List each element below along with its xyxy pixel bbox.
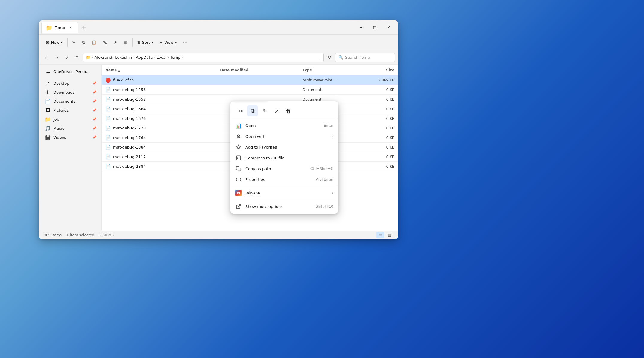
column-header-type[interactable]: Type: [303, 68, 358, 72]
tab-close-button[interactable]: ✕: [68, 25, 74, 31]
ctx-compress-zip[interactable]: Compress to ZIP file: [232, 152, 336, 163]
sidebar-item-videos[interactable]: 🎬 Videos 📌: [40, 133, 100, 142]
svg-marker-0: [236, 145, 241, 149]
ctx-copy-button[interactable]: ⧉: [247, 105, 258, 116]
column-header-date[interactable]: Date modified: [220, 68, 303, 72]
toolbar-separator-1: [67, 38, 68, 47]
share-button[interactable]: ↗: [111, 38, 120, 46]
column-header-size[interactable]: Size: [358, 68, 394, 72]
table-row[interactable]: 🔴 file-21cf7h osoft PowerPoint... 2,869 …: [102, 75, 398, 85]
breadcrumb-sep-4: ›: [182, 55, 183, 59]
search-box[interactable]: 🔍 Search Temp: [335, 53, 395, 62]
file-size: 2,869 KB: [358, 78, 394, 82]
breadcrumb-part-0[interactable]: Aleksandr Lukashin: [94, 55, 132, 60]
ctx-favorites-icon: [235, 144, 242, 150]
close-button[interactable]: ✕: [382, 23, 396, 32]
file-name: mat-debug-1256: [113, 87, 146, 92]
ctx-separator: [232, 186, 336, 186]
sidebar: ☁ OneDrive - Perso... 🖥 Desktop 📌 ⬇ Down…: [39, 65, 102, 231]
sidebar-item-desktop[interactable]: 🖥 Desktop 📌: [40, 79, 100, 88]
breadcrumb-part-3[interactable]: Temp: [170, 55, 181, 60]
new-button[interactable]: ⊕ New ▾: [42, 38, 66, 47]
pin-icon-pictures: 📌: [92, 108, 97, 112]
new-tab-button[interactable]: +: [79, 23, 89, 32]
videos-icon: 🎬: [45, 135, 51, 140]
new-label: New: [51, 40, 59, 45]
file-name: mat-debug-1676: [113, 116, 146, 121]
ctx-open-icon: 📊: [235, 122, 242, 129]
view-icon: ≡: [160, 40, 163, 45]
ctx-cut-button[interactable]: ✂: [235, 105, 246, 116]
maximize-button[interactable]: □: [368, 23, 382, 32]
sidebar-item-job[interactable]: 📁 Job 📌: [40, 115, 100, 124]
breadcrumb-path-icon: 📁: [86, 55, 91, 60]
detail-view-button[interactable]: ▦: [385, 232, 393, 238]
selected-size: 2.80 MB: [99, 233, 114, 237]
svg-line-7: [238, 204, 241, 207]
pin-icon-documents: 📌: [92, 99, 97, 103]
column-header-name[interactable]: Name: [105, 68, 220, 72]
breadcrumb-part-2[interactable]: Local: [157, 55, 167, 60]
sidebar-item-pictures[interactable]: 🖼 Pictures 📌: [40, 106, 100, 115]
sidebar-item-downloads[interactable]: ⬇ Downloads 📌: [40, 88, 100, 97]
sort-dropdown-icon: ▾: [151, 41, 153, 44]
ctx-more-options[interactable]: Show more options Shift+F10: [232, 201, 336, 212]
up-button[interactable]: ↑: [72, 53, 81, 62]
toolbar-separator-2: [132, 38, 133, 47]
sidebar-item-onedrive[interactable]: ☁ OneDrive - Perso...: [40, 67, 100, 76]
copy-button[interactable]: ⧉: [79, 38, 88, 47]
rename-button[interactable]: ✎: [100, 38, 110, 47]
sidebar-item-music[interactable]: 🎵 Music 📌: [40, 124, 100, 133]
file-name: mat-debug-1884: [113, 145, 146, 149]
title-bar: 📁 Temp ✕ + ─ □ ✕: [39, 20, 398, 35]
breadcrumb-sep-1: ›: [133, 55, 135, 59]
tab-folder-icon: 📁: [46, 25, 52, 31]
file-name: mat-debug-2112: [113, 155, 146, 159]
file-size: 0 KB: [358, 97, 394, 102]
ctx-share-button[interactable]: ↗: [271, 105, 282, 116]
cut-button[interactable]: ✂: [69, 38, 79, 46]
tab-title: Temp: [55, 25, 65, 30]
table-row[interactable]: 📄 mat-debug-1256 Document 0 KB: [102, 85, 398, 95]
view-button[interactable]: ≡ View ▾: [157, 38, 180, 46]
ctx-copy-path[interactable]: Copy as path Ctrl+Shift+C: [232, 163, 336, 174]
view-dropdown-icon: ▾: [175, 41, 177, 44]
ctx-separator-2: [232, 200, 336, 200]
file-icon: 📄: [105, 106, 111, 112]
ctx-add-favorites[interactable]: Add to Favorites: [232, 142, 336, 152]
ctx-rename-button[interactable]: ✎: [259, 105, 270, 116]
sidebar-music-label: Music: [53, 126, 64, 131]
ctx-properties[interactable]: Properties Alt+Enter: [232, 174, 336, 185]
file-type: osoft PowerPoint...: [303, 78, 358, 82]
sidebar-item-documents[interactable]: 📄 Documents 📌: [40, 97, 100, 106]
refresh-button[interactable]: ↻: [325, 53, 334, 62]
breadcrumb[interactable]: 📁 › Aleksandr Lukashin › AppData › Local…: [83, 53, 324, 62]
ctx-moreoptions-icon: [235, 203, 242, 210]
breadcrumb-dropdown-icon[interactable]: ⌄: [318, 55, 321, 59]
file-size: 0 KB: [358, 88, 394, 92]
paste-button[interactable]: 📋: [89, 38, 99, 46]
active-tab[interactable]: 📁 Temp ✕: [41, 22, 78, 33]
item-count: 905 items: [44, 233, 62, 237]
ctx-winrar[interactable]: W WinRAR ›: [232, 188, 336, 198]
pin-icon-desktop: 📌: [92, 81, 97, 85]
pin-icon-music: 📌: [92, 126, 97, 130]
more-button[interactable]: ···: [180, 38, 190, 46]
breadcrumb-part-1[interactable]: AppData: [136, 55, 153, 60]
context-menu-icons: ✂ ⧉ ✎ ↗ 🗑: [232, 103, 336, 119]
ctx-delete-button[interactable]: 🗑: [283, 105, 294, 116]
svg-rect-5: [238, 168, 241, 171]
ctx-favorites-label: Add to Favorites: [245, 145, 333, 149]
sort-button[interactable]: ⇅ Sort ▾: [134, 38, 156, 46]
file-icon: 📄: [105, 135, 111, 141]
file-name: mat-debug-2884: [113, 164, 146, 169]
ctx-zip-label: Compress to ZIP file: [245, 156, 333, 160]
ctx-open-with[interactable]: ⚙ Open with ›: [232, 131, 336, 142]
delete-button[interactable]: 🗑: [121, 38, 130, 46]
minimize-button[interactable]: ─: [354, 23, 368, 32]
list-view-button[interactable]: ≡: [376, 232, 384, 238]
ctx-open[interactable]: 📊 Open Enter: [232, 120, 336, 131]
back-button[interactable]: ←: [42, 53, 51, 62]
forward-button[interactable]: →: [52, 53, 61, 62]
recent-locations-button[interactable]: ∨: [62, 53, 71, 62]
